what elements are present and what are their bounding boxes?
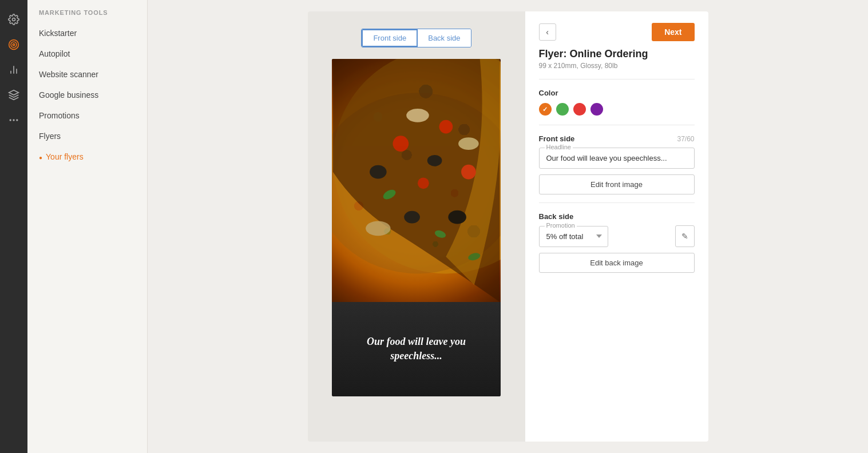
main-content: Front side Back side <box>148 0 868 453</box>
promotion-floating-label: Promotion <box>545 222 577 229</box>
sidebar: MARKETING TOOLS Kickstarter Autopilot We… <box>27 0 148 453</box>
sidebar-item-promotions[interactable]: Promotions <box>27 105 147 126</box>
next-button[interactable]: Next <box>652 23 694 41</box>
svg-point-7 <box>10 119 11 121</box>
svg-point-9 <box>16 119 18 121</box>
sidebar-item-autopilot[interactable]: Autopilot <box>27 43 147 64</box>
svg-point-21 <box>458 137 479 150</box>
svg-point-0 <box>13 18 15 21</box>
front-side-char-count: 37/60 <box>677 135 694 143</box>
more-icon[interactable] <box>3 110 24 130</box>
chart-icon[interactable] <box>3 59 24 80</box>
flyer-image: Our food will leave you speechless... <box>332 59 501 396</box>
divider-1 <box>539 79 695 80</box>
edit-back-image-button[interactable]: Edit back image <box>539 253 695 273</box>
color-swatches <box>539 103 695 116</box>
color-swatch-purple[interactable] <box>590 103 603 116</box>
flyer-bottom: Our food will leave you speechless... <box>332 302 501 396</box>
pencil-icon: ✎ <box>681 232 688 241</box>
target-icon[interactable] <box>3 34 24 55</box>
sidebar-item-google-business[interactable]: Google business <box>27 85 147 105</box>
back-side-header: Back side <box>539 212 695 221</box>
settings-icon[interactable] <box>3 9 24 30</box>
icon-bar <box>0 0 27 453</box>
flyer-subtitle: 99 x 210mm, Glossy, 80lb <box>539 62 695 70</box>
front-side-header: Front side 37/60 <box>539 134 695 143</box>
edit-promotion-button[interactable]: ✎ <box>675 225 695 247</box>
svg-point-15 <box>418 177 429 189</box>
tools-icon[interactable] <box>3 85 24 105</box>
tab-bar: Front side Back side <box>361 29 471 47</box>
front-side-label: Front side <box>539 134 575 143</box>
headline-input[interactable] <box>539 148 695 169</box>
tab-back-side[interactable]: Back side <box>418 29 470 47</box>
svg-point-12 <box>393 136 409 152</box>
svg-point-20 <box>406 109 429 122</box>
flyer-container: Front side Back side <box>308 11 525 442</box>
svg-point-14 <box>461 165 476 180</box>
color-swatch-orange[interactable] <box>539 103 552 116</box>
sidebar-item-website-scanner[interactable]: Website scanner <box>27 64 147 85</box>
divider-2 <box>539 125 695 125</box>
headline-input-wrapper: Headline <box>539 148 695 169</box>
svg-point-16 <box>370 165 387 179</box>
svg-point-8 <box>13 119 14 121</box>
headline-floating-label: Headline <box>545 144 573 150</box>
svg-point-3 <box>13 43 14 45</box>
panel-header: ‹ Next <box>539 23 695 41</box>
svg-point-13 <box>439 120 453 134</box>
flyer-title: Flyer: Online Ordering <box>539 48 695 60</box>
promotion-select-container: Promotion 5% off total 10% off total Fre… <box>539 226 671 247</box>
promotion-select-wrapper: Promotion 5% off total 10% off total Fre… <box>539 225 695 247</box>
tab-front-side[interactable]: Front side <box>362 29 418 47</box>
sidebar-item-your-flyers[interactable]: Your flyers <box>27 146 147 167</box>
color-swatch-green[interactable] <box>556 103 569 116</box>
sidebar-title: MARKETING TOOLS <box>27 9 147 23</box>
flyer-headline-text: Our food will leave you speechless... <box>343 335 489 363</box>
chevron-left-icon: ‹ <box>546 27 549 37</box>
promotion-select[interactable]: 5% off total 10% off total Free delivery… <box>539 226 608 247</box>
svg-point-19 <box>448 210 466 224</box>
divider-3 <box>539 202 695 203</box>
back-side-label: Back side <box>539 212 574 221</box>
sidebar-item-kickstarter[interactable]: Kickstarter <box>27 23 147 43</box>
color-section-label: Color <box>539 89 695 97</box>
svg-point-17 <box>427 155 442 166</box>
svg-point-18 <box>404 211 420 224</box>
flyer-pizza-background <box>332 59 501 302</box>
right-panel: ‹ Next Flyer: Online Ordering 99 x 210mm… <box>525 11 708 442</box>
svg-point-2 <box>11 42 17 47</box>
edit-front-image-button[interactable]: Edit front image <box>539 174 695 194</box>
color-swatch-red[interactable] <box>573 103 586 116</box>
sidebar-item-flyers[interactable]: Flyers <box>27 126 147 146</box>
back-button[interactable]: ‹ <box>539 23 556 41</box>
svg-point-22 <box>366 221 390 236</box>
